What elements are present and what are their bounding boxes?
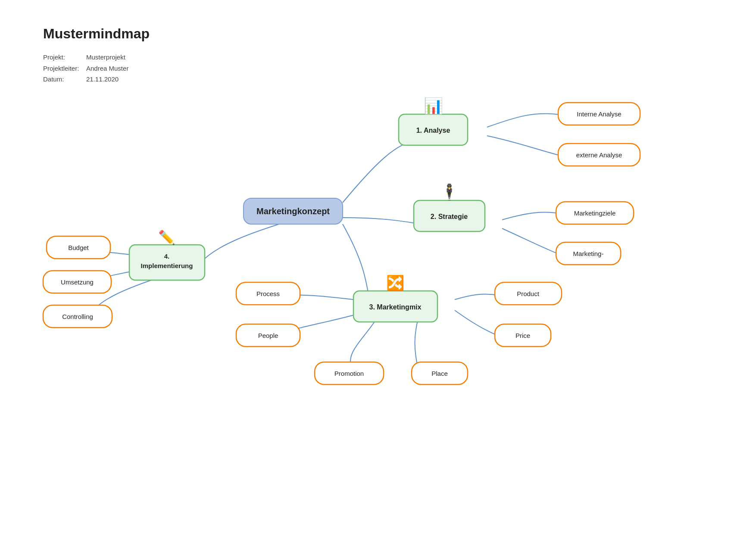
conn-strategie-marketingziele bbox=[502, 212, 560, 220]
svg-text:Place: Place bbox=[431, 370, 448, 377]
svg-text:📊: 📊 bbox=[424, 97, 443, 115]
conn-analyse-interne bbox=[487, 114, 560, 127]
svg-text:✏️: ✏️ bbox=[158, 229, 175, 246]
conn-strategie-marketing2 bbox=[502, 228, 560, 255]
node-process: Process bbox=[236, 282, 300, 305]
svg-text:Promotion: Promotion bbox=[334, 370, 364, 377]
node-product: Product bbox=[495, 282, 562, 305]
conn-mix-price bbox=[455, 310, 500, 337]
svg-text:Umsetzung: Umsetzung bbox=[61, 278, 94, 286]
svg-text:2. Strategie: 2. Strategie bbox=[431, 213, 468, 220]
svg-text:Interne Analyse: Interne Analyse bbox=[577, 110, 621, 118]
node-place: Place bbox=[412, 362, 468, 384]
node-price: Price bbox=[495, 324, 551, 347]
node-interne-analyse: Interne Analyse bbox=[558, 103, 640, 125]
svg-text:Budget: Budget bbox=[68, 244, 89, 251]
svg-text:3. Marketingmix: 3. Marketingmix bbox=[369, 303, 422, 311]
node-promotion: Promotion bbox=[315, 362, 384, 384]
svg-text:Price: Price bbox=[515, 332, 530, 339]
node-analyse: 1. Analyse 📊 bbox=[399, 97, 468, 145]
node-strategie: 2. Strategie 🕴 bbox=[414, 183, 485, 231]
svg-text:Process: Process bbox=[256, 290, 280, 297]
svg-text:People: People bbox=[258, 332, 278, 339]
node-marketingziele: Marketingziele bbox=[556, 202, 634, 224]
conn-analyse-externe bbox=[487, 136, 560, 156]
node-implementierung: 4. Implementierung ✏️ bbox=[129, 229, 205, 280]
svg-text:Marketing-: Marketing- bbox=[573, 250, 604, 257]
conn-central-analyse bbox=[343, 140, 418, 203]
svg-text:4.: 4. bbox=[164, 253, 170, 260]
conn-central-implementierung bbox=[200, 220, 293, 263]
node-marketing2: Marketing- bbox=[556, 242, 621, 265]
node-controlling: Controlling bbox=[43, 305, 112, 328]
svg-text:Product: Product bbox=[517, 290, 540, 297]
svg-text:Marketingziele: Marketingziele bbox=[574, 209, 616, 217]
svg-text:Controlling: Controlling bbox=[62, 313, 93, 320]
conn-mix-place bbox=[415, 319, 419, 369]
node-budget: Budget bbox=[47, 236, 110, 259]
svg-text:Implementierung: Implementierung bbox=[141, 262, 193, 269]
conn-mix-product bbox=[455, 294, 500, 300]
node-externe-analyse: externe Analyse bbox=[558, 144, 640, 166]
mindmap-svg: Marketingkonzept 1. Analyse 📊 2. Strateg… bbox=[0, 0, 756, 534]
node-people: People bbox=[236, 324, 300, 347]
node-umsetzung: Umsetzung bbox=[43, 271, 111, 293]
node-central: Marketingkonzept bbox=[244, 198, 343, 224]
svg-text:1. Analyse: 1. Analyse bbox=[416, 127, 450, 134]
svg-text:Marketingkonzept: Marketingkonzept bbox=[256, 206, 330, 216]
svg-text:🔀: 🔀 bbox=[386, 274, 405, 292]
svg-text:🕴: 🕴 bbox=[440, 183, 459, 201]
svg-text:externe Analyse: externe Analyse bbox=[576, 151, 622, 159]
